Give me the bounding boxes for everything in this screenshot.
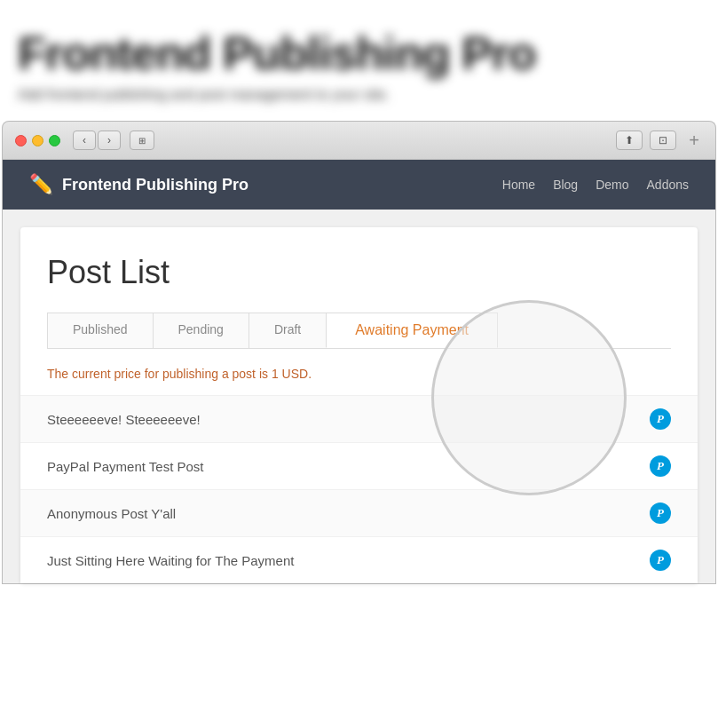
tab-draft[interactable]: Draft [249, 313, 327, 348]
forward-button[interactable]: › [98, 131, 121, 150]
page-subtitle: Add frontend publishing and post managem… [18, 87, 700, 103]
tab-pending[interactable]: Pending [153, 313, 249, 348]
post-title-2[interactable]: Anonymous Post Y'all [47, 506, 176, 521]
nav-demo[interactable]: Demo [596, 178, 628, 192]
maximize-traffic-light[interactable] [49, 135, 60, 146]
nav-addons[interactable]: Addons [647, 178, 689, 192]
chrome-right-buttons: ⬆ ⊡ [616, 131, 676, 150]
post-list-card: Post List Published Pending Draft Awaiti… [20, 227, 698, 583]
nav-home[interactable]: Home [502, 178, 535, 192]
nav-arrows: ‹ › [73, 131, 121, 150]
content-area: Post List Published Pending Draft Awaiti… [3, 210, 715, 583]
tabs-row: Published Pending Draft Awaiting Payment [47, 313, 671, 349]
post-row: Anonymous Post Y'all P [20, 489, 698, 536]
close-traffic-light[interactable] [15, 135, 27, 146]
price-note: The current price for publishing a post … [47, 367, 671, 381]
post-title-0[interactable]: Steeeeeeve! Steeeeeeve! [47, 412, 201, 427]
share-button[interactable]: ⬆ [616, 131, 643, 150]
post-title-3[interactable]: Just Sitting Here Waiting for The Paymen… [47, 553, 294, 568]
logo-icon: ✏️ [29, 173, 53, 196]
minimize-traffic-light[interactable] [32, 135, 43, 146]
paypal-icon-1[interactable]: P [650, 455, 671, 477]
tab-awaiting-payment[interactable]: Awaiting Payment [326, 313, 498, 348]
page-title: Frontend Publishing Pro [18, 27, 700, 80]
new-tab-button[interactable]: + [685, 131, 703, 149]
traffic-lights [15, 135, 60, 146]
site-logo: ✏️ Frontend Publishing Pro [29, 173, 502, 196]
post-row: Steeeeeeve! Steeeeeeve! P [20, 395, 698, 442]
tab-published[interactable]: Published [47, 313, 154, 348]
fullscreen-button[interactable]: ⊡ [650, 131, 676, 150]
post-title-1[interactable]: PayPal Payment Test Post [47, 459, 203, 474]
browser-chrome: ‹ › ⊞ ⬆ ⊡ + [2, 121, 716, 160]
logo-text: Frontend Publishing Pro [62, 176, 249, 194]
site-wrapper: ✏️ Frontend Publishing Pro Home Blog Dem… [2, 160, 716, 584]
page-header: Frontend Publishing Pro Add frontend pub… [0, 0, 718, 121]
post-row: PayPal Payment Test Post P [20, 442, 698, 489]
paypal-icon-0[interactable]: P [650, 408, 671, 430]
back-button[interactable]: ‹ [73, 131, 96, 150]
site-nav: ✏️ Frontend Publishing Pro Home Blog Dem… [3, 160, 715, 210]
paypal-icon-3[interactable]: P [650, 550, 671, 571]
nav-blog[interactable]: Blog [553, 178, 578, 192]
post-rows: Steeeeeeve! Steeeeeeve! P PayPal Payment… [20, 395, 698, 583]
paypal-icon-2[interactable]: P [650, 502, 671, 524]
post-row: Just Sitting Here Waiting for The Paymen… [20, 536, 698, 583]
sidebar-toggle-button[interactable]: ⊞ [130, 131, 154, 150]
post-list-title: Post List [47, 254, 671, 291]
site-menu: Home Blog Demo Addons [502, 178, 689, 192]
